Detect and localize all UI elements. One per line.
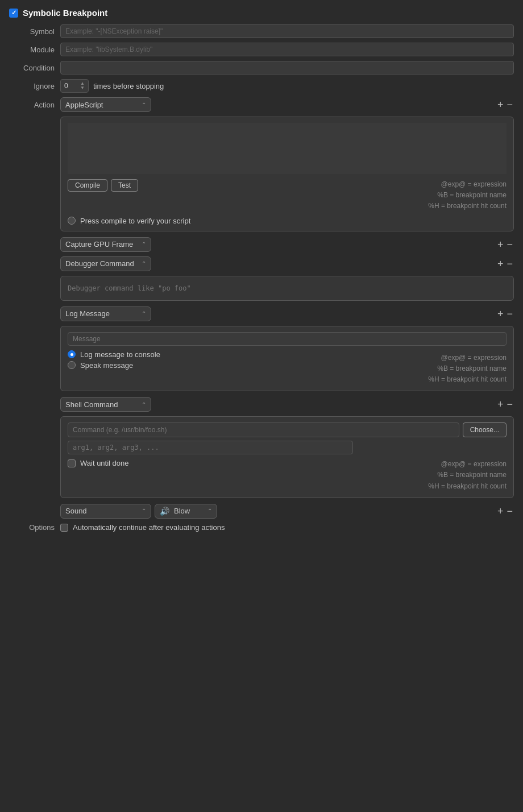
capture-gpu-arrow: ⌃: [142, 241, 146, 247]
ignore-label-text: Ignore: [9, 82, 60, 90]
sound-row: Sound ⌃ 🔊 Blow ⌃ + −: [9, 504, 514, 519]
log-message-arrow: ⌃: [142, 310, 146, 317]
options-row: Options Automatically continue after eva…: [9, 523, 514, 532]
debugger-command-plus-button[interactable]: +: [496, 259, 505, 269]
options-label: Options: [9, 523, 60, 532]
debugger-command-label: Debugger Command: [65, 259, 134, 268]
sound-dropdown[interactable]: Sound ⌃: [60, 504, 151, 519]
capture-gpu-label: Capture GPU Frame: [65, 240, 133, 248]
applescript-hint2: %B = breakpoint name: [428, 190, 507, 201]
sound-minus-button[interactable]: −: [505, 506, 514, 516]
capture-gpu-row: Capture GPU Frame ⌃ + −: [9, 237, 514, 252]
applescript-hint1: @exp@ = expression: [428, 179, 507, 190]
shell-command-minus-button[interactable]: −: [505, 399, 514, 409]
applescript-hints: @exp@ = expression %B = breakpoint name …: [428, 179, 507, 212]
log-console-label: Log message to console: [80, 350, 160, 359]
action-label: Action: [9, 101, 60, 109]
symbol-label: Symbol: [9, 27, 60, 36]
choose-button[interactable]: Choose...: [463, 422, 507, 437]
sound-name-label: Blow: [174, 507, 190, 515]
shell-command-section: Choose... Wait until done @exp@ = expres…: [60, 416, 514, 498]
title-label: Symbolic Breakpoint: [23, 8, 107, 18]
ignore-value: 0: [64, 82, 68, 90]
applescript-dropdown-label: AppleScript: [65, 101, 103, 109]
applescript-plus-button[interactable]: +: [496, 100, 505, 110]
debugger-command-pm-group: + −: [496, 259, 514, 269]
shell-command-row: Shell Command ⌃ + −: [9, 397, 514, 412]
applescript-minus-button[interactable]: −: [505, 100, 514, 110]
sound-pm-group: + −: [496, 506, 514, 516]
script-buttons: Compile Test @exp@ = expression %B = bre…: [68, 179, 507, 212]
shell-hint2: %B = breakpoint name: [428, 470, 507, 480]
shell-command-label: Shell Command: [65, 400, 118, 409]
log-hints: @exp@ = expression %B = breakpoint name …: [428, 353, 507, 386]
debugger-command-arrow: ⌃: [142, 260, 146, 267]
applescript-textarea[interactable]: [68, 123, 507, 174]
applescript-dropdown[interactable]: AppleScript ⌃: [60, 97, 151, 112]
sound-icon: 🔊: [160, 507, 169, 516]
capture-gpu-minus-button[interactable]: −: [505, 239, 514, 250]
shell-command-plus-button[interactable]: +: [496, 399, 505, 409]
shell-command-arrow: ⌃: [142, 401, 146, 408]
shell-hint3: %H = breakpoint hit count: [428, 481, 507, 492]
ignore-suffix: times before stopping: [93, 82, 164, 90]
debugger-command-section: [60, 276, 514, 301]
action-applescript-row: Action AppleScript ⌃ + −: [9, 97, 514, 112]
debugger-command-row: Debugger Command ⌃ + −: [9, 256, 514, 271]
auto-continue-checkbox[interactable]: [60, 524, 68, 532]
speak-message-radio[interactable]: [68, 361, 76, 369]
applescript-dropdown-arrow: ⌃: [142, 102, 146, 108]
ignore-row: Ignore 0 ▲ ▼ times before stopping: [9, 79, 514, 93]
sound-label: Sound: [65, 507, 87, 515]
condition-input[interactable]: [60, 61, 514, 74]
module-label: Module: [9, 45, 60, 54]
args-input[interactable]: [68, 441, 353, 454]
capture-gpu-dropdown[interactable]: Capture GPU Frame ⌃: [60, 237, 151, 252]
debugger-command-dropdown[interactable]: Debugger Command ⌃: [60, 256, 151, 271]
capture-gpu-pm-group: + −: [496, 239, 514, 250]
log-message-row: Log Message ⌃ + −: [9, 306, 514, 321]
wait-checkbox[interactable]: [68, 459, 76, 467]
log-console-radio[interactable]: [68, 350, 76, 358]
shell-command-pm-group: + −: [496, 399, 514, 409]
shell-hint1: @exp@ = expression: [428, 459, 507, 470]
applescript-section: Compile Test @exp@ = expression %B = bre…: [60, 117, 514, 231]
module-input[interactable]: [60, 43, 514, 56]
debugger-command-minus-button[interactable]: −: [505, 259, 514, 269]
sound-name-dropdown[interactable]: 🔊 Blow ⌃: [155, 504, 217, 519]
command-input[interactable]: [68, 422, 459, 437]
symbol-row: Symbol: [9, 24, 514, 38]
log-message-plus-button[interactable]: +: [496, 309, 505, 319]
log-hint1: @exp@ = expression: [428, 353, 507, 363]
compile-button[interactable]: Compile: [68, 179, 107, 192]
stepper-arrows[interactable]: ▲ ▼: [80, 81, 85, 90]
log-hint3: %H = breakpoint hit count: [428, 374, 507, 385]
capture-gpu-plus-button[interactable]: +: [496, 239, 505, 250]
stepper-down-icon[interactable]: ▼: [80, 86, 85, 90]
log-message-input[interactable]: [68, 332, 507, 346]
shell-command-dropdown[interactable]: Shell Command ⌃: [60, 397, 151, 412]
log-message-pm-group: + −: [496, 309, 514, 319]
speak-message-row: Speak message: [68, 361, 428, 370]
applescript-pm-group: + −: [496, 100, 514, 110]
log-message-dropdown[interactable]: Log Message ⌃: [60, 306, 151, 321]
log-message-minus-button[interactable]: −: [505, 309, 514, 319]
speak-message-label: Speak message: [80, 361, 133, 370]
log-message-label: Log Message: [65, 309, 110, 318]
sound-arrow: ⌃: [142, 508, 146, 514]
applescript-hint3: %H = breakpoint hit count: [428, 201, 507, 212]
verify-row: Press compile to verify your script: [68, 217, 507, 225]
condition-label: Condition: [9, 64, 60, 72]
symbol-input[interactable]: [60, 24, 514, 38]
sound-plus-button[interactable]: +: [496, 506, 505, 516]
test-button[interactable]: Test: [111, 179, 138, 192]
log-hint2: %B = breakpoint name: [428, 363, 507, 374]
symbolic-breakpoint-checkbox[interactable]: [9, 9, 18, 18]
log-message-section: Log message to console Speak message @ex…: [60, 326, 514, 392]
ignore-stepper[interactable]: 0 ▲ ▼: [60, 79, 89, 93]
debugger-command-input[interactable]: [68, 282, 507, 295]
module-row: Module: [9, 43, 514, 56]
verify-radio[interactable]: [68, 217, 76, 225]
condition-row: Condition: [9, 61, 514, 74]
shell-hints: @exp@ = expression %B = breakpoint name …: [428, 459, 507, 492]
